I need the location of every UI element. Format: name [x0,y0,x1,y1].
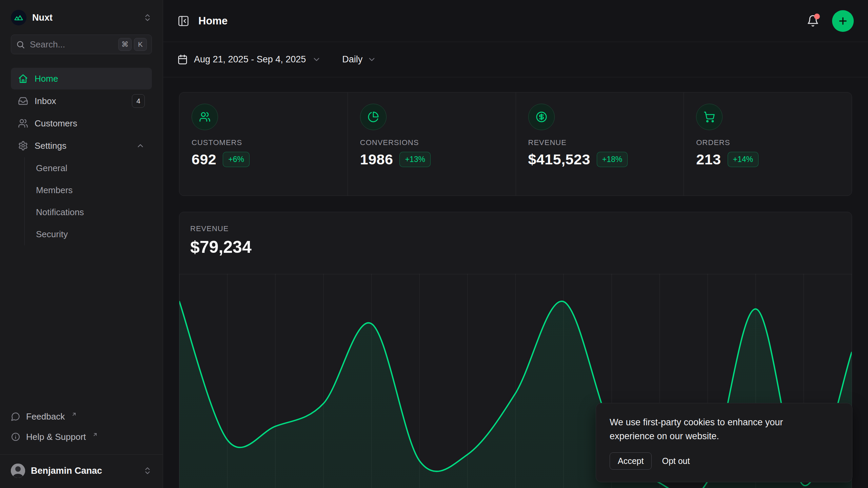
period-value: Daily [342,54,362,65]
shopping-cart-icon [696,104,723,130]
accept-button[interactable]: Accept [610,452,652,470]
feedback-link[interactable]: Feedback [11,406,152,427]
sidebar-item-settings[interactable]: Settings [11,135,152,157]
workspace-switcher[interactable]: Nuxt [11,9,152,26]
stat-label: CONVERSIONS [360,138,504,147]
settings-subnav: General Members Notifications Security [24,157,152,245]
notifications-button[interactable] [807,15,819,27]
sidebar-collapse-icon[interactable] [177,15,190,27]
user-name: Benjamin Canac [31,466,102,476]
sidebar: Nuxt ⌘ K Home [0,0,163,488]
pie-chart-icon [360,104,387,130]
sidebar-item-label: Home [35,74,58,84]
stat-card-orders: ORDERS 213 +14% [684,93,852,196]
add-button[interactable] [832,10,854,32]
chevron-up-icon [136,141,145,150]
nuxt-logo-icon [11,10,26,25]
circle-dollar-icon [528,104,555,130]
sidebar-item-security[interactable]: Security [36,223,152,245]
stat-label: REVENUE [528,138,672,147]
opt-out-button[interactable]: Opt out [662,456,690,466]
calendar-icon [177,54,188,65]
cookie-message: We use first-party cookies to enhance yo… [610,415,823,443]
stats-grid: CUSTOMERS 692 +6% CONVERSIONS 1986 +13% [179,92,852,196]
stat-label: ORDERS [696,138,840,147]
stat-card-revenue: REVENUE $415,523 +18% [516,93,684,196]
period-select[interactable]: Daily [342,54,376,65]
info-icon [11,432,20,442]
home-icon [18,74,28,84]
date-range-value: Aug 21, 2025 - Sep 4, 2025 [194,54,306,65]
message-circle-icon [11,412,20,421]
kbd-k: K [134,38,147,51]
plus-icon [837,16,848,26]
sidebar-item-inbox[interactable]: Inbox 4 [11,90,152,112]
kbd-cmd: ⌘ [118,38,132,51]
users-icon [18,118,28,128]
search-shortcut: ⌘ K [118,38,147,51]
sidebar-item-notifications[interactable]: Notifications [36,201,152,223]
stat-delta-badge: +18% [597,152,628,167]
app-header: Home [163,0,868,42]
chevron-down-icon [312,55,321,64]
sidebar-item-label: Inbox [35,96,56,106]
notification-dot [814,14,820,19]
users-icon [192,104,218,130]
stat-value: $415,523 [528,151,590,168]
user-menu[interactable]: Benjamin Canac [11,460,152,481]
stat-label: CUSTOMERS [192,138,335,147]
help-support-label: Help & Support [26,432,86,442]
date-range-picker[interactable]: Aug 21, 2025 - Sep 4, 2025 [177,54,321,65]
sidebar-nav: Home Inbox 4 Customers Settings [11,68,152,245]
sidebar-item-members[interactable]: Members [36,179,152,201]
chevron-down-icon [367,55,376,64]
chevrons-up-down-icon [143,13,152,22]
stat-value: 692 [192,151,216,168]
sidebar-item-general[interactable]: General [36,157,152,179]
revenue-chart-label: REVENUE [190,224,841,233]
sidebar-item-customers[interactable]: Customers [11,113,152,134]
chevrons-up-down-icon [143,466,152,475]
page-title: Home [198,15,228,27]
stat-value: 213 [696,151,721,168]
feedback-label: Feedback [26,411,65,422]
gear-icon [18,141,28,151]
avatar [11,464,25,478]
user-section: Benjamin Canac [0,454,163,488]
stat-value: 1986 [360,151,393,168]
inbox-icon [18,96,28,106]
stat-delta-badge: +6% [223,152,250,167]
external-link-icon [92,432,98,438]
search-input[interactable] [30,39,114,50]
filters-toolbar: Aug 21, 2025 - Sep 4, 2025 Daily [163,42,868,77]
revenue-chart-total: $79,234 [190,237,841,257]
help-support-link[interactable]: Help & Support [11,427,152,447]
search-box[interactable]: ⌘ K [11,35,152,54]
external-link-icon [71,411,77,417]
stat-delta-badge: +13% [399,152,430,167]
sidebar-item-label: Customers [35,118,77,129]
workspace-name: Nuxt [32,13,53,23]
inbox-count-badge: 4 [132,94,145,108]
sidebar-item-label: Settings [35,141,66,151]
stat-card-conversions: CONVERSIONS 1986 +13% [348,93,516,196]
sidebar-item-home[interactable]: Home [11,68,152,89]
search-icon [16,40,25,49]
cookie-banner: We use first-party cookies to enhance yo… [596,403,852,482]
stat-card-customers: CUSTOMERS 692 +6% [179,93,348,196]
stat-delta-badge: +14% [728,152,758,167]
